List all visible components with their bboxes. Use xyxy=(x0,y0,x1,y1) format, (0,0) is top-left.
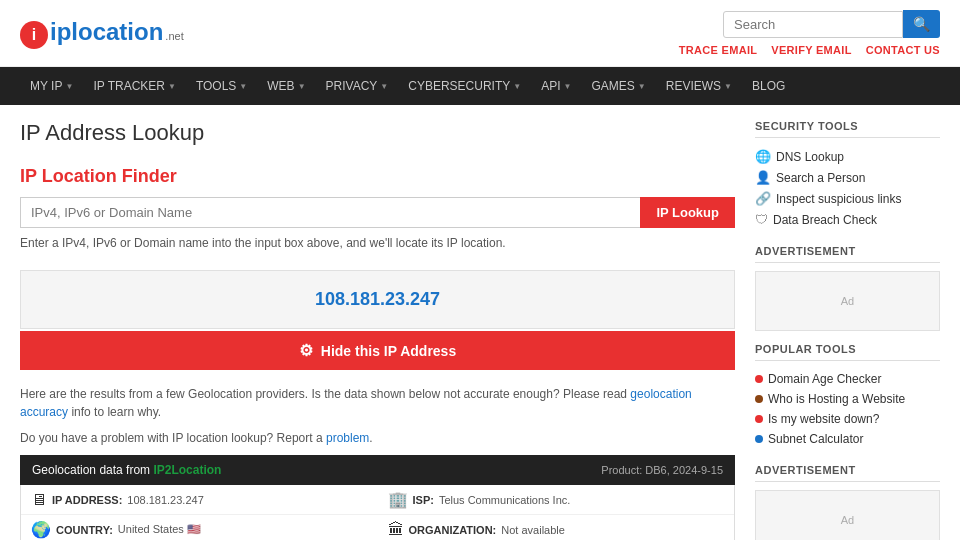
inspect-icon: 🔗 xyxy=(755,191,771,206)
nav-web[interactable]: WEB ▼ xyxy=(257,67,315,105)
problem-link[interactable]: problem xyxy=(326,431,369,445)
nav-tools[interactable]: TOOLS ▼ xyxy=(186,67,257,105)
geo-country-cell: 🌍 COUNTRY: United States 🇺🇸 xyxy=(21,515,378,540)
advertisement-2: Ad xyxy=(755,490,940,540)
sidebar: SECURITY TOOLS 🌐 DNS Lookup 👤 Search a P… xyxy=(755,120,940,540)
ad-label-2: ADVERTISEMENT xyxy=(755,464,940,482)
site-header: i iplocation .net 🔍 TRACE EMAIL VERIFY E… xyxy=(0,0,960,67)
main-content: IP Address Lookup IP Location Finder IP … xyxy=(0,105,960,540)
ip-finder-section: IP Location Finder IP Lookup Enter a IPv… xyxy=(20,166,735,250)
sidebar-item-subnet-calc[interactable]: Subnet Calculator xyxy=(755,429,940,449)
red2-dot-icon xyxy=(755,415,763,423)
nav-web-arrow: ▼ xyxy=(298,82,306,91)
nav-blog[interactable]: BLOG xyxy=(742,67,795,105)
ip-lookup-button[interactable]: IP Lookup xyxy=(640,197,735,228)
sidebar-item-website-down[interactable]: Is my website down? xyxy=(755,409,940,429)
security-tools-title: SECURITY TOOLS xyxy=(755,120,940,138)
sidebar-item-domain-age[interactable]: Domain Age Checker xyxy=(755,369,940,389)
geo-table: 🖥 IP ADDRESS: 108.181.23.247 🏢 ISP: Telu… xyxy=(20,485,735,540)
nav-tools-arrow: ▼ xyxy=(239,82,247,91)
nav-ip-tracker[interactable]: IP TRACKER ▼ xyxy=(83,67,186,105)
logo-brand: iplocation xyxy=(50,18,163,46)
finder-input-row: IP Lookup xyxy=(20,197,735,228)
finder-title-colored: Finder xyxy=(122,166,177,186)
sidebar-item-inspect-links[interactable]: 🔗 Inspect suspicious links xyxy=(755,188,940,209)
contact-us-link[interactable]: CONTACT US xyxy=(866,44,940,56)
geo-product: Product: DB6, 2024-9-15 xyxy=(601,464,723,476)
table-row: 🖥 IP ADDRESS: 108.181.23.247 🏢 ISP: Telu… xyxy=(21,485,734,515)
finder-title: IP Location Finder xyxy=(20,166,735,187)
ad-label-1: ADVERTISEMENT xyxy=(755,245,940,263)
top-links: TRACE EMAIL VERIFY EMAIL CONTACT US xyxy=(679,44,940,56)
hide-ip-icon: ⚙ xyxy=(299,341,313,360)
logo-icon: i xyxy=(20,21,48,49)
geo-isp-cell: 🏢 ISP: Telus Communications Inc. xyxy=(378,485,735,514)
geo-provider: IP2Location xyxy=(153,463,221,477)
geo-header-label: Geolocation data from IP2Location xyxy=(32,463,221,477)
nav-games[interactable]: GAMES ▼ xyxy=(581,67,655,105)
nav-privacy-arrow: ▼ xyxy=(380,82,388,91)
table-row: 🌍 COUNTRY: United States 🇺🇸 🏛 ORGANIZATI… xyxy=(21,515,734,540)
results-problem-text: Do you have a problem with IP location l… xyxy=(20,429,735,447)
blue-dot-icon xyxy=(755,435,763,443)
verify-email-link[interactable]: VERIFY EMAIL xyxy=(771,44,851,56)
nav-api-arrow: ▼ xyxy=(564,82,572,91)
nav-api[interactable]: API ▼ xyxy=(531,67,581,105)
logo[interactable]: i iplocation .net xyxy=(20,18,184,49)
content-area: IP Address Lookup IP Location Finder IP … xyxy=(20,120,735,540)
trace-email-link[interactable]: TRACE EMAIL xyxy=(679,44,757,56)
nav-cybersecurity[interactable]: CYBERSECURITY ▼ xyxy=(398,67,531,105)
nav-reviews[interactable]: REVIEWS ▼ xyxy=(656,67,742,105)
nav-ip-tracker-arrow: ▼ xyxy=(168,82,176,91)
hide-ip-button[interactable]: ⚙ Hide this IP Address xyxy=(20,331,735,370)
red-dot-icon xyxy=(755,375,763,383)
person-icon: 👤 xyxy=(755,170,771,185)
popular-tools-title: POPULAR TOOLS xyxy=(755,343,940,361)
ip-address-display[interactable]: 108.181.23.247 xyxy=(315,289,440,309)
nav-cybersecurity-arrow: ▼ xyxy=(513,82,521,91)
search-button[interactable]: 🔍 xyxy=(903,10,940,38)
header-right: 🔍 TRACE EMAIL VERIFY EMAIL CONTACT US xyxy=(679,10,940,56)
nav-my-ip[interactable]: MY IP ▼ xyxy=(20,67,83,105)
brown-dot-icon xyxy=(755,395,763,403)
nav-privacy[interactable]: PRIVACY ▼ xyxy=(316,67,399,105)
nav-my-ip-arrow: ▼ xyxy=(65,82,73,91)
geo-ip-icon: 🖥 xyxy=(31,491,47,509)
sidebar-item-data-breach[interactable]: 🛡 Data Breach Check xyxy=(755,209,940,230)
popular-tools-section: POPULAR TOOLS Domain Age Checker Who is … xyxy=(755,343,940,449)
search-bar: 🔍 xyxy=(723,10,940,38)
advertisement-1: Ad xyxy=(755,271,940,331)
main-nav: MY IP ▼ IP TRACKER ▼ TOOLS ▼ WEB ▼ PRIVA… xyxy=(0,67,960,105)
sidebar-item-dns-lookup[interactable]: 🌐 DNS Lookup xyxy=(755,146,940,167)
nav-games-arrow: ▼ xyxy=(638,82,646,91)
security-tools-section: SECURITY TOOLS 🌐 DNS Lookup 👤 Search a P… xyxy=(755,120,940,230)
geo-isp-icon: 🏢 xyxy=(388,490,408,509)
geo-org-cell: 🏛 ORGANIZATION: Not available xyxy=(378,515,735,540)
sidebar-item-hosting[interactable]: Who is Hosting a Website xyxy=(755,389,940,409)
ip-display-box: 108.181.23.247 xyxy=(20,270,735,329)
geo-country-icon: 🌍 xyxy=(31,520,51,539)
geo-org-icon: 🏛 xyxy=(388,521,404,539)
shield-icon: 🛡 xyxy=(755,212,768,227)
geo-ip-cell: 🖥 IP ADDRESS: 108.181.23.247 xyxy=(21,485,378,514)
geo-table-header: Geolocation data from IP2Location Produc… xyxy=(20,455,735,485)
globe-icon: 🌐 xyxy=(755,149,771,164)
nav-reviews-arrow: ▼ xyxy=(724,82,732,91)
sidebar-item-search-person[interactable]: 👤 Search a Person xyxy=(755,167,940,188)
results-description: Here are the results from a few Geolocat… xyxy=(20,385,735,421)
finder-input[interactable] xyxy=(20,197,640,228)
search-input[interactable] xyxy=(723,11,903,38)
logo-net: .net xyxy=(165,30,183,42)
page-title: IP Address Lookup xyxy=(20,120,735,146)
finder-description: Enter a IPv4, IPv6 or Domain name into t… xyxy=(20,236,735,250)
